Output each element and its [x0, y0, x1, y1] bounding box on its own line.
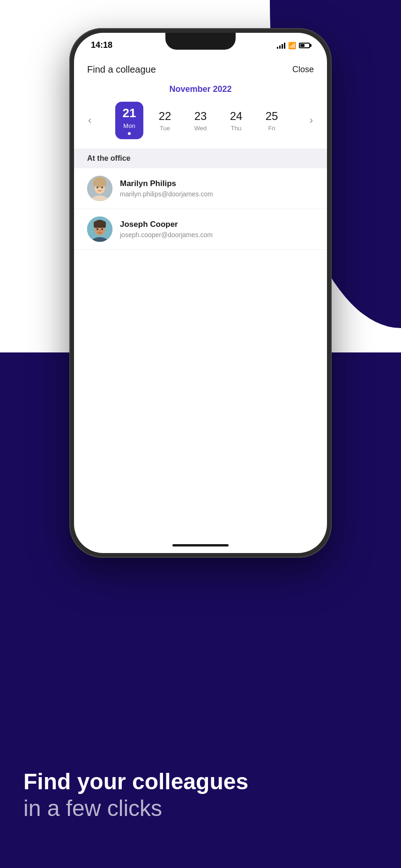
contact-list: Marilyn Philips marilyn.philips@doorjame… [74, 168, 327, 250]
calendar-next-button[interactable]: › [305, 114, 318, 127]
contact-email-marilyn: marilyn.philips@doorjames.com [120, 190, 213, 198]
contact-info-marilyn: Marilyn Philips marilyn.philips@doorjame… [120, 179, 213, 198]
contact-item-joseph[interactable]: Joseph Cooper joseph.cooper@doorjames.co… [74, 209, 327, 250]
svg-point-5 [97, 187, 98, 188]
avatar-marilyn [87, 176, 112, 201]
contact-email-joseph: joseph.cooper@doorjames.com [120, 231, 213, 239]
contact-info-joseph: Joseph Cooper joseph.cooper@doorjames.co… [120, 220, 213, 239]
active-day-dot [128, 132, 131, 135]
avatar-joseph [87, 217, 112, 242]
svg-point-4 [93, 177, 106, 187]
svg-point-15 [99, 231, 101, 232]
contact-item-marilyn[interactable]: Marilyn Philips marilyn.philips@doorjame… [74, 168, 327, 209]
calendar-strip: ‹ 21 Mon 22 Tue [74, 102, 327, 149]
status-time: 14:18 [91, 40, 112, 50]
svg-point-14 [101, 228, 103, 230]
calendar-prev-button[interactable]: ‹ [83, 114, 96, 127]
tagline: Find your colleagues in a few clicks [23, 770, 378, 821]
close-button[interactable]: Close [292, 65, 314, 75]
battery-icon [299, 43, 310, 48]
svg-rect-12 [94, 221, 106, 228]
tagline-main: Find your colleagues [23, 770, 378, 794]
app-header: Find a colleague Close [74, 55, 327, 81]
contact-name-joseph: Joseph Cooper [120, 220, 213, 229]
calendar-day-21[interactable]: 21 Mon [115, 102, 143, 139]
signal-icon [277, 42, 285, 49]
contact-name-marilyn: Marilyn Philips [120, 179, 213, 188]
wifi-icon: 📶 [288, 42, 296, 49]
svg-point-6 [101, 187, 103, 188]
status-icons: 📶 [277, 42, 310, 49]
tagline-sub: in a few clicks [23, 796, 378, 821]
phone-frame: 14:18 📶 Find a colleague Close November … [69, 28, 332, 558]
home-indicator [172, 544, 229, 546]
section-header: At the office [74, 149, 327, 168]
calendar-days: 21 Mon 22 Tue 23 Wed [96, 102, 304, 139]
notch [165, 33, 236, 50]
calendar-day-23[interactable]: 23 Wed [186, 102, 215, 139]
calendar-day-25[interactable]: 25 Fri [258, 102, 286, 139]
svg-point-13 [97, 228, 98, 230]
calendar-day-22[interactable]: 22 Tue [151, 102, 179, 139]
phone-screen: 14:18 📶 Find a colleague Close November … [74, 33, 327, 553]
month-label: November 2022 [74, 81, 327, 102]
app-title: Find a colleague [87, 64, 156, 75]
calendar-day-24[interactable]: 24 Thu [222, 102, 250, 139]
